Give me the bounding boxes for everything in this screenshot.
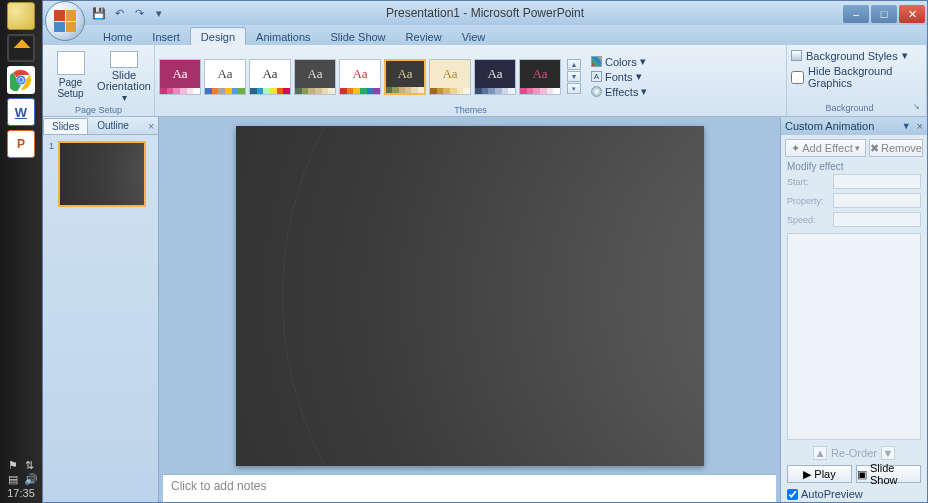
reorder-up-button[interactable]: ▲ <box>813 446 827 460</box>
tab-outline[interactable]: Outline <box>88 117 138 134</box>
theme-color-bar <box>340 88 380 94</box>
office-button[interactable] <box>45 1 85 41</box>
theme-swatch-0[interactable]: Aa <box>159 59 201 95</box>
effects-list[interactable] <box>787 233 921 440</box>
office-logo-icon <box>54 10 76 32</box>
gallery-up-button[interactable]: ▲ <box>567 59 581 70</box>
add-effect-button[interactable]: ✦Add Effect ▾ <box>785 139 866 157</box>
tab-animations[interactable]: Animations <box>246 28 320 45</box>
maximize-button[interactable]: □ <box>871 5 897 23</box>
colors-dropdown[interactable]: Colors ▾ <box>591 55 647 68</box>
tab-slides-thumbs[interactable]: Slides <box>43 118 88 134</box>
tab-design[interactable]: Design <box>190 27 246 45</box>
group-themes: AaAaAaAaAaAaAaAaAa ▲ ▼ ▾ Colors ▾ AFonts… <box>155 45 787 116</box>
reorder-down-button[interactable]: ▼ <box>881 446 895 460</box>
group-label-page-setup: Page Setup <box>47 104 150 116</box>
theme-swatch-5[interactable]: Aa <box>384 59 426 95</box>
slide-orientation-button[interactable]: Slide Orientation ▾ <box>98 49 150 103</box>
ribbon: Page Setup Slide Orientation ▾ Page Setu… <box>43 45 927 117</box>
play-icon: ▶ <box>803 468 811 481</box>
anim-pane-title: Custom Animation <box>785 120 874 132</box>
tab-home[interactable]: Home <box>93 28 142 45</box>
slide-thumbnails: 1 <box>43 135 158 502</box>
page-setup-icon <box>57 51 85 75</box>
start-select[interactable] <box>833 174 921 189</box>
taskbar-chrome-icon[interactable] <box>7 66 35 94</box>
thumb-number: 1 <box>49 141 54 207</box>
taskbar-word-icon[interactable]: W <box>7 98 35 126</box>
background-dialog-launcher[interactable]: ↘ <box>908 102 920 114</box>
theme-color-bar <box>160 88 200 94</box>
page-setup-label: Page Setup <box>57 77 83 99</box>
reorder-controls: ▲ Re-Order ▼ <box>781 444 927 462</box>
colors-icon <box>591 56 602 67</box>
gallery-down-button[interactable]: ▼ <box>567 71 581 82</box>
remove-effect-button[interactable]: ✖Remove <box>869 139 923 157</box>
play-button[interactable]: ▶Play <box>787 465 852 483</box>
hide-background-check[interactable] <box>791 71 804 84</box>
tab-slide-show[interactable]: Slide Show <box>321 28 396 45</box>
tab-view[interactable]: View <box>452 28 496 45</box>
custom-animation-pane: Custom Animation ▼ × ✦Add Effect ▾ ✖Remo… <box>780 117 927 502</box>
theme-swatch-6[interactable]: Aa <box>429 59 471 95</box>
qat-customize-icon[interactable]: ▾ <box>151 5 167 21</box>
theme-aa-icon: Aa <box>475 60 515 88</box>
tray-lang-icon[interactable]: ▤ <box>8 473 18 483</box>
fonts-dropdown[interactable]: AFonts ▾ <box>591 70 647 83</box>
autopreview-checkbox[interactable] <box>787 489 798 500</box>
taskbar-powerpoint-icon[interactable]: P <box>7 130 35 158</box>
taskbar-player-icon[interactable] <box>7 34 35 62</box>
tray-flag-icon[interactable]: ⚑ <box>8 459 18 469</box>
tab-insert[interactable]: Insert <box>142 28 190 45</box>
background-styles-dropdown[interactable]: Background Styles ▾ <box>791 49 908 62</box>
slides-panel-tabs: Slides Outline × <box>43 117 158 135</box>
theme-swatch-2[interactable]: Aa <box>249 59 291 95</box>
theme-swatch-1[interactable]: Aa <box>204 59 246 95</box>
taskbar-explorer-icon[interactable] <box>7 2 35 30</box>
slideshow-button[interactable]: ▣Slide Show <box>856 465 921 483</box>
hide-background-checkbox[interactable]: Hide Background Graphics <box>791 65 922 89</box>
qat-redo-icon[interactable]: ↷ <box>131 5 147 21</box>
slides-panel-close[interactable]: × <box>144 119 158 134</box>
window-controls: – □ ✕ <box>843 3 927 23</box>
theme-aa-icon: Aa <box>340 60 380 88</box>
anim-pane-menu-icon[interactable]: ▼ <box>902 121 911 131</box>
page-setup-button[interactable]: Page Setup <box>47 49 94 103</box>
slide-thumbnail-1[interactable]: 1 <box>49 141 152 207</box>
minimize-button[interactable]: – <box>843 5 869 23</box>
tray-volume-icon[interactable]: 🔊 <box>24 473 34 483</box>
theme-color-bar <box>386 87 424 93</box>
slideshow-icon: ▣ <box>857 468 867 481</box>
autopreview-label: AutoPreview <box>801 488 863 500</box>
theme-aa-icon: Aa <box>205 60 245 88</box>
close-button[interactable]: ✕ <box>899 5 925 23</box>
tray-clock[interactable]: 17:35 <box>0 487 42 499</box>
notes-pane[interactable]: Click to add notes <box>163 474 776 502</box>
theme-swatch-4[interactable]: Aa <box>339 59 381 95</box>
background-styles-icon <box>791 50 802 61</box>
reorder-label: Re-Order <box>831 447 877 459</box>
title-bar: 💾 ↶ ↷ ▾ Presentation1 - Microsoft PowerP… <box>43 1 927 25</box>
qat-undo-icon[interactable]: ↶ <box>111 5 127 21</box>
tab-review[interactable]: Review <box>396 28 452 45</box>
anim-pane-close[interactable]: × <box>917 120 923 132</box>
speed-select[interactable] <box>833 212 921 227</box>
theme-swatch-8[interactable]: Aa <box>519 59 561 95</box>
gallery-more-button[interactable]: ▾ <box>567 83 581 94</box>
theme-color-bar <box>520 88 560 94</box>
slide-canvas[interactable] <box>236 126 704 466</box>
window-title: Presentation1 - Microsoft PowerPoint <box>43 6 927 20</box>
add-effect-icon: ✦ <box>791 142 800 155</box>
tray-network-icon[interactable]: ⇅ <box>24 459 34 469</box>
slides-panel: Slides Outline × 1 <box>43 117 159 502</box>
effects-dropdown[interactable]: Effects ▾ <box>591 85 647 98</box>
thumb-preview <box>58 141 146 207</box>
slide-stage <box>159 117 780 474</box>
svg-point-4 <box>19 78 23 82</box>
qat-save-icon[interactable]: 💾 <box>91 5 107 21</box>
anim-pane-header: Custom Animation ▼ × <box>781 117 927 135</box>
theme-swatch-3[interactable]: Aa <box>294 59 336 95</box>
theme-swatch-7[interactable]: Aa <box>474 59 516 95</box>
property-select[interactable] <box>833 193 921 208</box>
quick-access-toolbar: 💾 ↶ ↷ ▾ <box>91 5 167 21</box>
